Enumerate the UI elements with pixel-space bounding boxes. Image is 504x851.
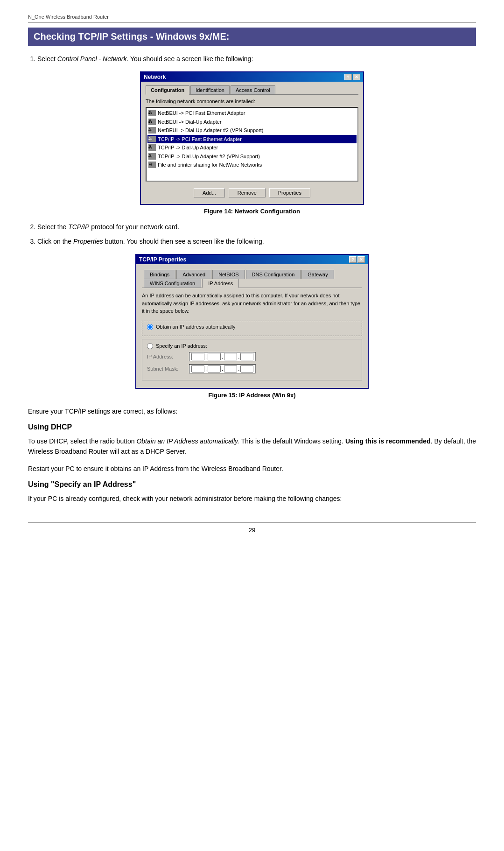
- list-item[interactable]: 🖧 NetBEUI -> Dial-Up Adapter: [147, 118, 357, 127]
- tcpip-titlebar: TCP/IP Properties ? ✕: [136, 255, 368, 264]
- ip-dot-1: .: [205, 354, 207, 359]
- specify-ip-section: Specify an IP address: IP Address: . . .: [142, 339, 362, 380]
- list-item[interactable]: 🖧 NetBEUI -> Dial-Up Adapter #2 (VPN Sup…: [147, 126, 357, 135]
- properties-button[interactable]: Properties: [269, 188, 310, 197]
- section-title: Checking TCP/IP Settings - Windows 9x/ME…: [28, 28, 476, 46]
- using-specify-paragraph: If your PC is already configured, check …: [28, 493, 476, 504]
- dhcp-bold: Using this is recommended: [345, 437, 431, 445]
- step2-italic: TCP/IP: [68, 223, 89, 231]
- ip-address-input[interactable]: . . .: [189, 352, 256, 361]
- radio-auto-input[interactable]: [147, 324, 153, 330]
- network-tabs: Configuration Identification Access Cont…: [146, 85, 358, 95]
- ip-address-row: IP Address: . . .: [147, 352, 357, 361]
- tcpip-close-button[interactable]: ✕: [357, 256, 365, 263]
- radio-obtain-auto[interactable]: Obtain an IP address automatically: [147, 324, 357, 330]
- using-dhcp-paragraph2: Restart your PC to ensure it obtains an …: [28, 464, 476, 474]
- figure-15-caption: Figure 15: IP Address (Win 9x): [28, 392, 476, 399]
- figure-14-container: Network ? ✕ Configuration Identification…: [28, 71, 476, 215]
- tab-identification[interactable]: Identification: [190, 85, 230, 94]
- subnet-mask-row: Subnet Mask: . . .: [147, 364, 357, 373]
- step-1: Select Control Panel - Network. You shou…: [37, 54, 476, 64]
- list-item[interactable]: 🖨 File and printer sharing for NetWare N…: [147, 161, 357, 169]
- subnet-mask-input[interactable]: . . .: [189, 364, 256, 373]
- network-description: The following network components are ins…: [146, 98, 358, 104]
- network-dialog-title: Network: [144, 74, 166, 80]
- network-icon: 🖧: [148, 110, 156, 116]
- tab-netbios[interactable]: NetBIOS: [212, 270, 245, 279]
- ip-address-label: IP Address:: [147, 354, 189, 359]
- ip-dot-2: .: [222, 354, 223, 359]
- tab-gateway[interactable]: Gateway: [301, 270, 334, 279]
- step-list: Select Control Panel - Network. You shou…: [37, 54, 476, 64]
- close-button[interactable]: ✕: [353, 74, 360, 80]
- page-footer: 29: [28, 522, 476, 534]
- page-header: N_One Wireless Broadband Router: [28, 14, 476, 23]
- tab-dns-configuration[interactable]: DNS Configuration: [246, 270, 301, 279]
- subnet-seg-4[interactable]: [240, 365, 253, 373]
- tab-wins-configuration[interactable]: WINS Configuration: [144, 279, 201, 288]
- network-icon: 🖧: [148, 144, 156, 151]
- network-dialog-footer: Add... Remove Properties: [146, 185, 358, 200]
- radio-specify-input[interactable]: [147, 343, 153, 349]
- tcpip-help-button[interactable]: ?: [349, 256, 357, 263]
- list-item-selected[interactable]: 🖧 TCP/IP -> PCI Fast Ethernet Adapter: [147, 135, 357, 144]
- header-text: N_One Wireless Broadband Router: [28, 14, 109, 20]
- network-dialog: Network ? ✕ Configuration Identification…: [140, 71, 364, 205]
- subnet-mask-label: Subnet Mask:: [147, 366, 189, 372]
- dhcp-italic: Obtain an IP Address automatically.: [136, 437, 239, 445]
- step-2: Select the TCP/IP protocol for your netw…: [37, 222, 476, 232]
- figure-14-caption: Figure 14: Network Configuration: [28, 208, 476, 215]
- subnet-seg-3[interactable]: [224, 365, 237, 373]
- tab-configuration[interactable]: Configuration: [146, 85, 189, 95]
- step-3: Click on the Properties button. You shou…: [37, 237, 476, 246]
- network-list-box[interactable]: 🖧 NetBEUI -> PCI Fast Ethernet Adapter 🖧…: [146, 107, 358, 182]
- using-specify-title: Using "Specify an IP Address": [28, 480, 476, 489]
- remove-button[interactable]: Remove: [229, 188, 266, 197]
- tcpip-dialog-body: Bindings Advanced NetBIOS DNS Configurat…: [136, 264, 368, 388]
- ip-seg-4[interactable]: [240, 353, 253, 360]
- network-icon-selected: 🖧: [148, 136, 156, 142]
- subnet-dot-2: .: [222, 366, 223, 372]
- network-titlebar-buttons: ? ✕: [344, 74, 360, 80]
- network-dialog-titlebar: Network ? ✕: [141, 72, 363, 82]
- step3-italic: Properties: [73, 238, 103, 245]
- subnet-dot-1: .: [205, 366, 207, 372]
- auto-ip-section: Obtain an IP address automatically: [142, 321, 362, 336]
- ip-seg-1[interactable]: [191, 353, 204, 360]
- ip-dot-3: .: [238, 354, 239, 359]
- subnet-seg-2[interactable]: [208, 365, 221, 373]
- using-dhcp-paragraph1: To use DHCP, select the radio button Obt…: [28, 436, 476, 457]
- ensure-text: Ensure your TCP/IP settings are correct,…: [28, 406, 476, 416]
- figure-15-container: TCP/IP Properties ? ✕ Bindings Advanced …: [28, 254, 476, 399]
- tab-advanced[interactable]: Advanced: [176, 270, 211, 279]
- steps-2-3: Select the TCP/IP protocol for your netw…: [37, 222, 476, 246]
- radio-auto-label: Obtain an IP address automatically: [156, 324, 235, 330]
- tcpip-dialog: TCP/IP Properties ? ✕ Bindings Advanced …: [135, 254, 369, 389]
- printer-icon: 🖨: [148, 162, 156, 168]
- radio-specify-label: Specify an IP address:: [156, 343, 207, 349]
- list-item[interactable]: 🖧 TCP/IP -> Dial-Up Adapter: [147, 143, 357, 152]
- tcpip-titlebar-buttons: ? ✕: [349, 256, 365, 263]
- subnet-seg-1[interactable]: [191, 365, 204, 373]
- network-dialog-body: Configuration Identification Access Cont…: [141, 82, 363, 204]
- tab-access-control[interactable]: Access Control: [231, 85, 275, 94]
- add-button[interactable]: Add...: [194, 188, 225, 197]
- tab-bindings[interactable]: Bindings: [144, 270, 175, 279]
- tab-ip-address[interactable]: IP Address: [202, 279, 239, 288]
- ip-seg-2[interactable]: [208, 353, 221, 360]
- list-item[interactable]: 🖧 NetBEUI -> PCI Fast Ethernet Adapter: [147, 109, 357, 118]
- ip-seg-3[interactable]: [224, 353, 237, 360]
- network-icon: 🖧: [148, 127, 156, 134]
- radio-specify[interactable]: Specify an IP address:: [147, 343, 357, 349]
- list-item[interactable]: 🖧 TCP/IP -> Dial-Up Adapter #2 (VPN Supp…: [147, 152, 357, 161]
- subnet-dot-3: .: [238, 366, 239, 372]
- tcpip-description: An IP address can be automatically assig…: [142, 292, 362, 315]
- tcpip-dialog-title: TCP/IP Properties: [139, 256, 186, 263]
- network-icon: 🖧: [148, 119, 156, 125]
- using-dhcp-title: Using DHCP: [28, 423, 476, 431]
- help-button[interactable]: ?: [344, 74, 352, 80]
- step1-italic: Control Panel - Network.: [57, 55, 129, 63]
- tcpip-tabs: Bindings Advanced NetBIOS DNS Configurat…: [142, 268, 362, 288]
- page-number: 29: [249, 527, 255, 534]
- network-icon: 🖧: [148, 153, 156, 160]
